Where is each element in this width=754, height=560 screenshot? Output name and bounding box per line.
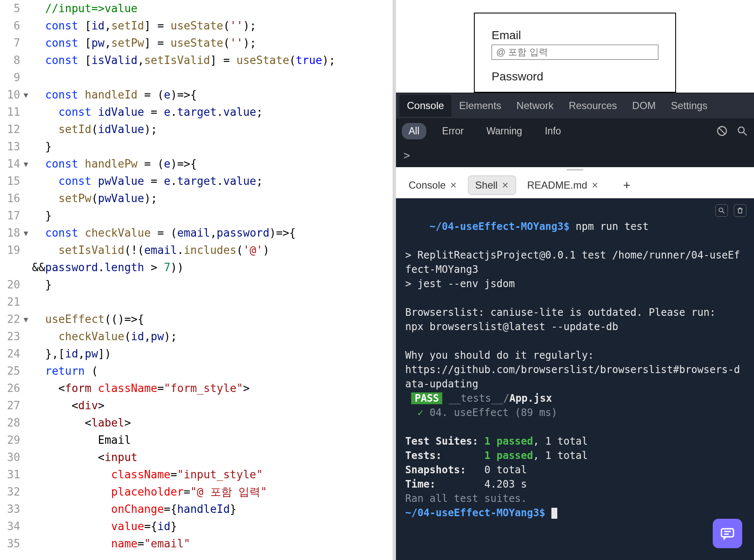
test-pass-badge: PASS (411, 392, 442, 404)
filter-warning[interactable]: Warning (480, 123, 529, 139)
code-line[interactable]: 17 } (0, 207, 396, 224)
filter-info[interactable]: Info (538, 123, 567, 139)
svg-line-1 (719, 128, 725, 134)
code-line[interactable]: 35 name="email" (0, 535, 396, 552)
code-line[interactable]: 28 <label> (0, 414, 396, 432)
devtools-panel: Console Elements Network Resources DOM S… (396, 93, 754, 167)
close-icon[interactable]: ✕ (502, 180, 509, 190)
svg-point-2 (738, 127, 744, 133)
terminal-trash-icon[interactable] (734, 204, 746, 217)
preview-pane: Email Password (396, 0, 754, 93)
code-line[interactable]: 19 setIsValid(!(email.includes('@') (0, 242, 396, 259)
code-line[interactable]: 23 checkValue(id,pw); (0, 328, 396, 345)
code-line[interactable]: 7 const [pw,setPw] = useState(''); (0, 35, 396, 52)
tab-network[interactable]: Network (509, 95, 561, 117)
add-tab-button[interactable]: + (618, 176, 636, 194)
bottom-tab-bar: Console✕ Shell✕ README.md✕ + (396, 172, 754, 198)
clear-console-icon[interactable] (716, 125, 728, 137)
filter-error[interactable]: Error (436, 123, 471, 139)
code-line[interactable]: 24 },[id,pw]) (0, 345, 396, 363)
search-icon[interactable] (736, 125, 748, 137)
tab-console-lower[interactable]: Console✕ (402, 176, 464, 195)
code-line[interactable]: 8 const [isValid,setIsValid] = useState(… (0, 52, 396, 69)
code-editor[interactable]: 5 //input=>value6 const [id,setId] = use… (0, 0, 396, 560)
code-line[interactable]: 20 } (0, 276, 396, 293)
code-line[interactable]: 30 <input (0, 449, 396, 466)
tab-elements[interactable]: Elements (452, 95, 509, 117)
code-line[interactable]: 31 className="input_style" (0, 466, 396, 483)
right-pane: Email Password Console Elements Network … (396, 0, 754, 560)
tab-resources[interactable]: Resources (561, 95, 625, 117)
code-line[interactable]: 29 Email (0, 432, 396, 449)
console-prompt[interactable]: > (396, 144, 754, 167)
code-line[interactable]: 6 const [id,setId] = useState(''); (0, 17, 396, 35)
code-line[interactable]: 26 <form className="form_style"> (0, 380, 396, 397)
code-line-wrap[interactable]: &&password.length > 7)) (0, 259, 396, 276)
code-line[interactable]: 10▼ const handleId = (e)=>{ (0, 86, 396, 104)
code-line[interactable]: 22▼ useEffect(()=>{ (0, 311, 396, 328)
terminal-cursor (551, 508, 557, 519)
svg-point-4 (719, 208, 723, 212)
tab-shell[interactable]: Shell✕ (468, 176, 516, 195)
password-label: Password (492, 70, 658, 83)
terminal-cwd: ~/04-useEffect-MOYang3 (430, 221, 564, 232)
login-form: Email Password (474, 13, 676, 93)
code-line[interactable]: 14▼ const handlePw = (e)=>{ (0, 155, 396, 173)
tab-dom[interactable]: DOM (625, 95, 663, 117)
svg-line-3 (744, 133, 747, 136)
email-field[interactable] (492, 45, 658, 60)
email-label: Email (492, 29, 658, 42)
code-line[interactable]: 33 onChange={handleId} (0, 501, 396, 518)
console-filter-bar: All Error Warning Info (396, 118, 754, 144)
code-line[interactable]: 15 const pwValue = e.target.value; (0, 173, 396, 190)
terminal-command: npm run test (576, 221, 649, 232)
svg-rect-6 (722, 529, 734, 537)
tab-console[interactable]: Console (399, 95, 452, 117)
svg-line-5 (722, 211, 725, 213)
close-icon[interactable]: ✕ (591, 180, 599, 190)
code-line[interactable]: 32 placeholder="@ 포함 입력" (0, 483, 396, 501)
filter-all[interactable]: All (402, 123, 426, 139)
code-line[interactable]: 9 (0, 69, 396, 86)
code-line[interactable]: 25 return ( (0, 363, 396, 380)
resize-handle[interactable] (396, 167, 754, 172)
code-line[interactable]: 27 <div> (0, 397, 396, 414)
tab-settings[interactable]: Settings (663, 95, 715, 117)
close-icon[interactable]: ✕ (450, 180, 457, 190)
chat-button[interactable] (713, 519, 742, 548)
code-line[interactable]: 34 value={id} (0, 518, 396, 535)
code-line[interactable]: 11 const idValue = e.target.value; (0, 104, 396, 121)
code-line[interactable]: 13 } (0, 138, 396, 155)
terminal-search-icon[interactable] (715, 204, 728, 217)
code-line[interactable]: 21 (0, 293, 396, 311)
code-line[interactable]: 16 setPw(pwValue); (0, 190, 396, 207)
code-line[interactable]: 12 setId(idValue); (0, 121, 396, 138)
code-line[interactable]: 18▼ const checkValue = (email,password)=… (0, 224, 396, 242)
terminal-output[interactable]: ~/04-useEffect-MOYang3$ npm run test > R… (396, 198, 754, 560)
code-line[interactable]: 5 //input=>value (0, 0, 396, 17)
tab-readme[interactable]: README.md✕ (520, 176, 605, 195)
devtools-tab-bar: Console Elements Network Resources DOM S… (396, 93, 754, 118)
